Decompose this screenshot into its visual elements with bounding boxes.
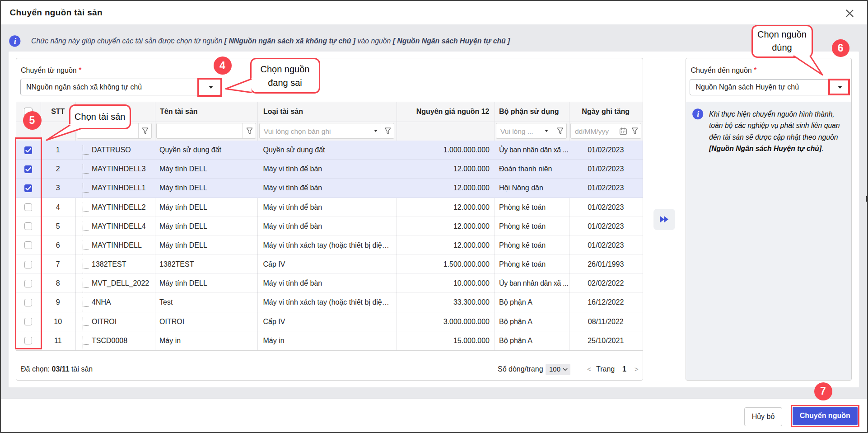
svg-text:i: i (14, 36, 16, 46)
svg-text:i: i (697, 110, 699, 119)
